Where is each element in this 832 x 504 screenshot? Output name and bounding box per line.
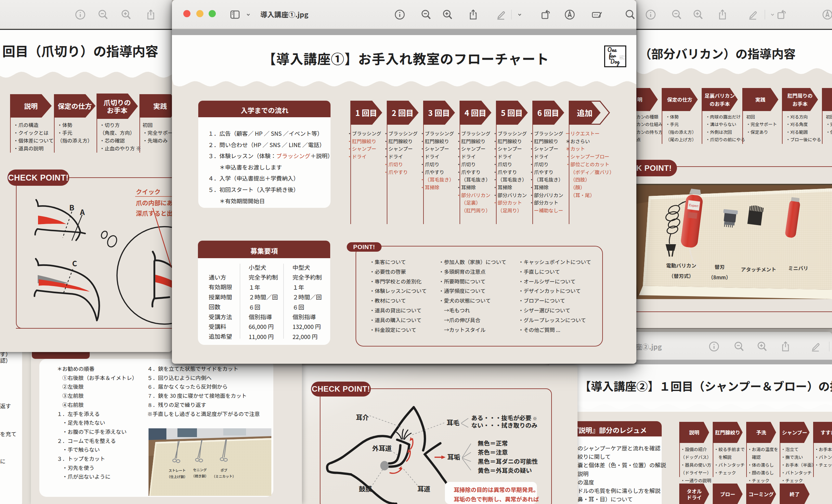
svg-text:アタッチメント: アタッチメント xyxy=(741,265,776,273)
svg-text:黄色＝外耳炎の疑い: 黄色＝外耳炎の疑い xyxy=(478,466,532,474)
svg-text:外耳道: 外耳道 xyxy=(372,443,392,453)
svg-text:深爪すると出血: 深爪すると出血 xyxy=(136,208,172,217)
svg-text:（仕上げ鋏）: （仕上げ鋏） xyxy=(167,474,187,479)
svg-text:A: A xyxy=(80,206,85,217)
svg-text:爪の内部にある: 爪の内部にある xyxy=(136,198,172,207)
svg-text:（替刃式）: （替刃式） xyxy=(669,272,694,279)
svg-text:（ミニカット）: （ミニカット） xyxy=(212,474,236,479)
svg-text:ボブ: ボブ xyxy=(221,468,228,473)
svg-text:耳垢: 耳垢 xyxy=(447,452,460,461)
svg-text:ない・・・拭き取りのみ: ない・・・拭き取りのみ xyxy=(471,421,538,429)
svg-text:鼓膜: 鼓膜 xyxy=(359,484,372,493)
svg-text:クイック: クイック xyxy=(136,187,160,196)
svg-text:ミニバリ: ミニバリ xyxy=(788,264,808,272)
svg-text:黒色＝耳ダニの可能性: 黒色＝耳ダニの可能性 xyxy=(478,457,538,465)
svg-text:耳道: 耳道 xyxy=(417,484,430,493)
svg-text:セニング: セニング xyxy=(193,467,207,472)
svg-text:替刃: 替刃 xyxy=(714,263,724,270)
svg-text:耳介: 耳介 xyxy=(356,413,369,422)
svg-text:C: C xyxy=(72,257,77,269)
svg-text:茶色＝注意: 茶色＝注意 xyxy=(478,448,508,456)
svg-text:耳毛: 耳毛 xyxy=(446,418,460,427)
svg-text:電動バリカン: 電動バリカン xyxy=(666,262,696,269)
svg-text:無色＝正常: 無色＝正常 xyxy=(478,439,508,447)
svg-text:B: B xyxy=(69,202,74,213)
svg-text:ストレート: ストレート xyxy=(169,468,186,473)
svg-text:（梳き鋏）: （梳き鋏） xyxy=(191,474,209,478)
svg-text:（8mm）: （8mm） xyxy=(708,274,731,281)
